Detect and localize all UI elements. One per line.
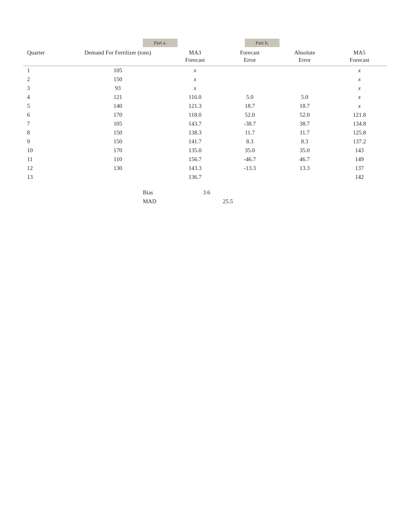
table-cell: x xyxy=(168,84,222,93)
main-table: Quarter Demand For Fertilizer (tons) MA3… xyxy=(23,49,387,182)
table-cell: 52.0 xyxy=(277,110,332,119)
table-cell xyxy=(222,173,277,182)
table-cell: 143 xyxy=(332,146,387,155)
th-quarter-sub xyxy=(23,57,68,66)
table-cell: x xyxy=(332,93,387,102)
table-cell: 143.7 xyxy=(168,119,222,128)
table-cell: 5.0 xyxy=(222,93,277,102)
th-demand-sub xyxy=(68,57,168,66)
table-row: 6170118.052.052.0121.8 xyxy=(23,110,387,119)
table-cell: 11.7 xyxy=(277,128,332,137)
table-cell: -13.3 xyxy=(222,164,277,173)
table-cell: 5.0 xyxy=(277,93,332,102)
table-row: 11110156.7-46.746.7149 xyxy=(23,155,387,164)
table-cell: 116.0 xyxy=(168,93,222,102)
table-cell: 12 xyxy=(23,164,68,173)
table-cell: 5 xyxy=(23,102,68,110)
table-cell: 138.3 xyxy=(168,128,222,137)
bias-value: 3.6 xyxy=(185,189,228,196)
table-cell: 121.8 xyxy=(332,110,387,119)
table-cell: 136.7 xyxy=(168,173,222,182)
table-cell: 118.0 xyxy=(168,110,222,119)
header-row-1: Quarter Demand For Fertilizer (tons) MA3… xyxy=(23,49,387,57)
table-cell: 4 xyxy=(23,93,68,102)
table-cell: 110 xyxy=(68,155,168,164)
part-b-header: Part b. xyxy=(245,39,280,47)
th-absolute-error: Absolute xyxy=(277,49,332,57)
table-cell xyxy=(222,84,277,93)
table-cell: 3 xyxy=(23,84,68,93)
table-cell: 35.0 xyxy=(222,146,277,155)
table-cell: 140 xyxy=(68,102,168,110)
table-row: 12130143.3-13.313.3137 xyxy=(23,164,387,173)
table-cell: 130 xyxy=(68,164,168,173)
header-row-2: Forecast Error Error Forecast xyxy=(23,57,387,66)
table-cell xyxy=(222,75,277,84)
table-cell: 10 xyxy=(23,146,68,155)
th-quarter: Quarter xyxy=(23,49,68,57)
mad-row: MAD 25.5 xyxy=(143,198,387,205)
table-cell: 11.7 xyxy=(222,128,277,137)
table-cell: 150 xyxy=(68,128,168,137)
table-cell: 170 xyxy=(68,146,168,155)
table-cell: 135.0 xyxy=(168,146,222,155)
table-cell: 137.2 xyxy=(332,137,387,146)
table-cell xyxy=(277,84,332,93)
table-cell xyxy=(277,66,332,75)
th-ma3: MA3 xyxy=(168,49,222,57)
table-cell: 13.3 xyxy=(277,164,332,173)
th-absolute-error-sub: Error xyxy=(277,57,332,66)
table-cell: 9 xyxy=(23,137,68,146)
th-demand: Demand For Fertilizer (tons) xyxy=(68,49,168,57)
table-row: 9150141.78.38.3137.2 xyxy=(23,137,387,146)
mad-value: 25.5 xyxy=(185,198,270,205)
table-cell: x xyxy=(332,66,387,75)
th-ma5-sub: Forecast xyxy=(332,57,387,66)
part-a-header: Part a. xyxy=(143,39,178,47)
table-row: 7105143.7-38.738.7134.8 xyxy=(23,119,387,128)
table-cell: -46.7 xyxy=(222,155,277,164)
table-row: 5140121.318.718.7x xyxy=(23,102,387,110)
table-cell: 125.8 xyxy=(332,128,387,137)
table-cell: 134.8 xyxy=(332,119,387,128)
table-cell: 7 xyxy=(23,119,68,128)
table-row: 2150xx xyxy=(23,75,387,84)
table-cell: 1 xyxy=(23,66,68,75)
table-cell: 38.7 xyxy=(277,119,332,128)
table-cell xyxy=(68,173,168,182)
table-cell: 8.3 xyxy=(277,137,332,146)
table-cell: 2 xyxy=(23,75,68,84)
table-cell: 8.3 xyxy=(222,137,277,146)
table-cell: 137 xyxy=(332,164,387,173)
mad-label: MAD xyxy=(143,198,185,205)
table-cell: 105 xyxy=(68,119,168,128)
table-row: 8150138.311.711.7125.8 xyxy=(23,128,387,137)
table-cell: 46.7 xyxy=(277,155,332,164)
table-cell: 150 xyxy=(68,137,168,146)
table-cell: 170 xyxy=(68,110,168,119)
table-cell: x xyxy=(332,75,387,84)
table-cell xyxy=(277,75,332,84)
table-cell: 143.3 xyxy=(168,164,222,173)
table-cell: 105 xyxy=(68,66,168,75)
table-row: 10170135.035.035.0143 xyxy=(23,146,387,155)
table-cell: 18.7 xyxy=(222,102,277,110)
table-cell: 11 xyxy=(23,155,68,164)
th-forecast-error-sub: Error xyxy=(222,57,277,66)
bias-label: Bias xyxy=(143,189,185,196)
table-cell: 8 xyxy=(23,128,68,137)
table-cell: 35.0 xyxy=(277,146,332,155)
table-wrapper: Part a. Part b. Quarter Demand For Ferti… xyxy=(23,39,387,205)
table-cell: 121.3 xyxy=(168,102,222,110)
table-row: 4121116.05.05.0x xyxy=(23,93,387,102)
table-cell: 121 xyxy=(68,93,168,102)
table-cell xyxy=(277,173,332,182)
table-row: 393xx xyxy=(23,84,387,93)
table-cell: 93 xyxy=(68,84,168,93)
th-ma5: MA5 xyxy=(332,49,387,57)
page-container: Part a. Part b. Quarter Demand For Ferti… xyxy=(0,0,410,228)
table-cell: x xyxy=(332,84,387,93)
part-headers: Part a. Part b. xyxy=(143,39,387,47)
bias-row: Bias 3.6 xyxy=(143,189,387,196)
th-ma3-sub: Forecast xyxy=(168,57,222,66)
